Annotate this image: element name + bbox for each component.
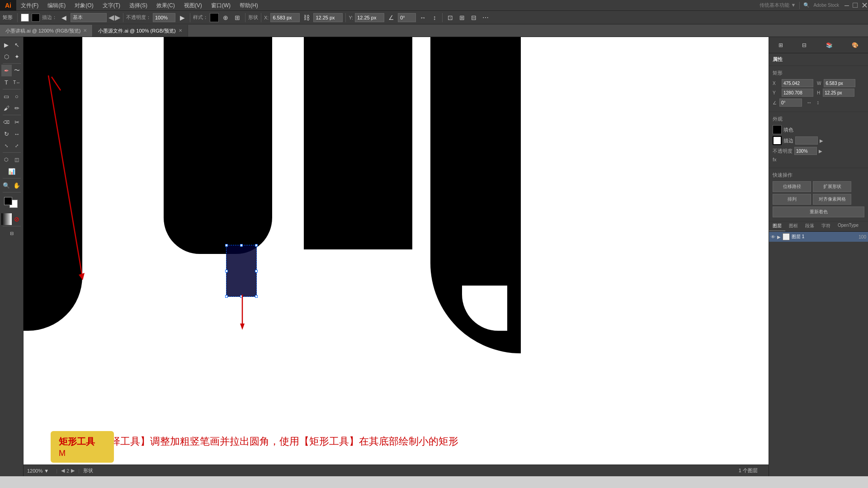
opacity-arrow[interactable]: ▶ bbox=[177, 13, 187, 23]
direct-select-tool[interactable]: ↖ bbox=[12, 39, 22, 51]
pixel-align-btn[interactable]: 对齐像素网格 bbox=[813, 194, 851, 205]
rotate-tool[interactable]: ↻ bbox=[1, 128, 12, 140]
zoom-level[interactable]: 1200% ▼ bbox=[27, 468, 49, 474]
lasso-tool[interactable]: ⬡ bbox=[1, 51, 12, 62]
page-nav-next[interactable]: ▶ bbox=[71, 468, 75, 474]
menu-text[interactable]: 文字(T) bbox=[98, 0, 125, 11]
transform-icon[interactable]: ⊡ bbox=[445, 13, 455, 23]
style-swatch[interactable] bbox=[210, 13, 219, 22]
menu-window[interactable]: 窗口(W) bbox=[207, 0, 235, 11]
paint-bucket[interactable]: ⬡ bbox=[1, 154, 12, 165]
flip-v-prop[interactable]: ↕ bbox=[816, 99, 819, 106]
canvas-area[interactable]: 使用【直接选择工具】调整加粗竖笔画并拉出圆角，使用【矩形工具】在其底部绘制小的矩… bbox=[24, 37, 769, 476]
artboard-tool[interactable]: ⊟ bbox=[1, 227, 22, 239]
pen-tool[interactable]: ✒ bbox=[1, 65, 12, 76]
handle-ml[interactable] bbox=[225, 270, 228, 272]
magic-wand-tool[interactable]: ✦ bbox=[12, 51, 22, 62]
menu-object[interactable]: 对象(O) bbox=[70, 0, 98, 11]
tab-1[interactable]: 小墨源文件.ai @ 100% (RGB/预览) ✕ bbox=[93, 25, 188, 37]
stroke-color-swatch[interactable] bbox=[21, 14, 29, 22]
fg-color-swatch[interactable] bbox=[4, 197, 12, 205]
stroke-swatch[interactable] bbox=[773, 136, 782, 145]
stroke-inc[interactable]: ▶ bbox=[115, 14, 120, 21]
type-touch-tool[interactable]: T↔ bbox=[12, 76, 22, 88]
h-prop-input[interactable] bbox=[823, 89, 854, 97]
menu-select[interactable]: 选择(S) bbox=[125, 0, 152, 11]
flip-h-prop[interactable]: ↔ bbox=[807, 99, 812, 106]
arrange-btn[interactable]: 排列 bbox=[773, 194, 811, 205]
align-icon[interactable]: ⊞ bbox=[457, 13, 467, 23]
gradient-swatch[interactable] bbox=[1, 213, 12, 225]
style-align[interactable]: ⊞ bbox=[232, 13, 242, 23]
select-tool[interactable]: ▶ bbox=[1, 39, 12, 51]
curvature-tool[interactable]: 〜 bbox=[12, 65, 22, 76]
panel-icon-libraries[interactable]: 📚 bbox=[823, 40, 835, 50]
shear-tool[interactable]: ⤢ bbox=[12, 140, 22, 151]
flip-h-icon[interactable]: ↔ bbox=[418, 13, 428, 23]
search-icon[interactable]: 🔍 bbox=[803, 2, 810, 8]
panel-icon-color[interactable]: 🎨 bbox=[849, 40, 861, 50]
lock-ratio-icon[interactable]: ⛓ bbox=[302, 13, 311, 23]
path-offset-btn[interactable]: 位移路径 bbox=[773, 181, 811, 192]
lp-tab-chars[interactable]: 字符 bbox=[818, 221, 834, 231]
menu-help[interactable]: 帮助(H) bbox=[235, 0, 263, 11]
recolor-btn[interactable]: 重新着色 bbox=[773, 206, 864, 217]
stroke-field[interactable]: 基本 bbox=[71, 13, 107, 22]
menu-file[interactable]: 文件(F) bbox=[16, 0, 43, 11]
angle-input[interactable] bbox=[398, 13, 416, 22]
zoom-tool[interactable]: 🔍 bbox=[1, 179, 12, 191]
y-input[interactable] bbox=[355, 13, 384, 22]
opacity-prop-input[interactable] bbox=[794, 147, 817, 155]
column-chart-tool[interactable]: 📊 bbox=[1, 165, 22, 177]
ellipse-tool[interactable]: ○ bbox=[12, 90, 22, 102]
stroke-arrow[interactable]: ◀ bbox=[59, 13, 69, 23]
type-tool[interactable]: T bbox=[1, 76, 12, 88]
layer-eye[interactable]: 👁 bbox=[771, 235, 775, 239]
opacity-input[interactable] bbox=[153, 13, 175, 22]
opacity-arrow[interactable]: ▶ bbox=[819, 149, 822, 154]
hand-tool[interactable]: ✋ bbox=[12, 179, 22, 191]
reflect-tool[interactable]: ↔ bbox=[12, 128, 22, 140]
x-prop-input[interactable] bbox=[782, 79, 813, 87]
layer-arrow[interactable]: ▶ bbox=[777, 235, 781, 239]
menu-effect[interactable]: 效果(C) bbox=[152, 0, 179, 11]
x-input[interactable] bbox=[270, 13, 300, 22]
lp-tab-opentype[interactable]: OpenType bbox=[834, 221, 862, 231]
panel-icon-properties[interactable]: ⊞ bbox=[776, 40, 786, 50]
y-prop-input[interactable] bbox=[782, 89, 813, 97]
extra-icon[interactable]: ⋯ bbox=[481, 13, 491, 23]
expand-shape-btn[interactable]: 扩展形状 bbox=[813, 181, 851, 192]
none-swatch[interactable]: ⊘ bbox=[12, 213, 22, 225]
stroke-arrow[interactable]: ▶ bbox=[820, 138, 823, 143]
handle-br[interactable] bbox=[255, 295, 258, 298]
panel-icon-layers[interactable]: ⊟ bbox=[799, 40, 809, 50]
menu-edit[interactable]: 编辑(E) bbox=[43, 0, 70, 11]
layer-name[interactable]: 图层 1 bbox=[792, 234, 857, 240]
w-prop-input[interactable] bbox=[824, 79, 855, 87]
gradient-tool[interactable]: ◫ bbox=[12, 154, 22, 165]
scissor-tool[interactable]: ✂ bbox=[12, 116, 22, 128]
menu-view[interactable]: 视图(V) bbox=[179, 0, 207, 11]
tab-1-close[interactable]: ✕ bbox=[179, 25, 182, 37]
pencil-tool[interactable]: ✏ bbox=[12, 102, 22, 114]
distribute-icon[interactable]: ⊟ bbox=[469, 13, 479, 23]
tab-0[interactable]: 小墨讲稿.ai @ 1200% (RGB/预览) ✕ bbox=[0, 25, 93, 37]
page-nav-prev[interactable]: ◀ bbox=[61, 468, 65, 474]
stroke-inner-swatch[interactable] bbox=[32, 14, 40, 22]
style-icon[interactable]: ⊕ bbox=[221, 13, 231, 23]
stroke-dec[interactable]: ◀ bbox=[108, 14, 114, 21]
tab-0-close[interactable]: ✕ bbox=[83, 25, 87, 37]
flip-v-icon[interactable]: ↕ bbox=[429, 13, 439, 23]
angle-prop-input[interactable] bbox=[779, 99, 802, 107]
stroke-weight-input[interactable] bbox=[795, 136, 818, 145]
handle-bm[interactable] bbox=[240, 295, 243, 298]
lp-tab-layers[interactable]: 图层 bbox=[769, 221, 785, 231]
rect-tool[interactable]: ▭ bbox=[1, 90, 12, 102]
eraser-tool[interactable]: ⌫ bbox=[1, 116, 12, 128]
handle-mr[interactable] bbox=[255, 270, 258, 272]
brush-tool[interactable]: 🖌 bbox=[1, 102, 12, 114]
scale-tool[interactable]: ⤡ bbox=[1, 140, 12, 151]
fill-swatch[interactable] bbox=[773, 125, 782, 134]
width-input[interactable] bbox=[313, 13, 343, 22]
lp-tab-paragraph[interactable]: 段落 bbox=[802, 221, 818, 231]
